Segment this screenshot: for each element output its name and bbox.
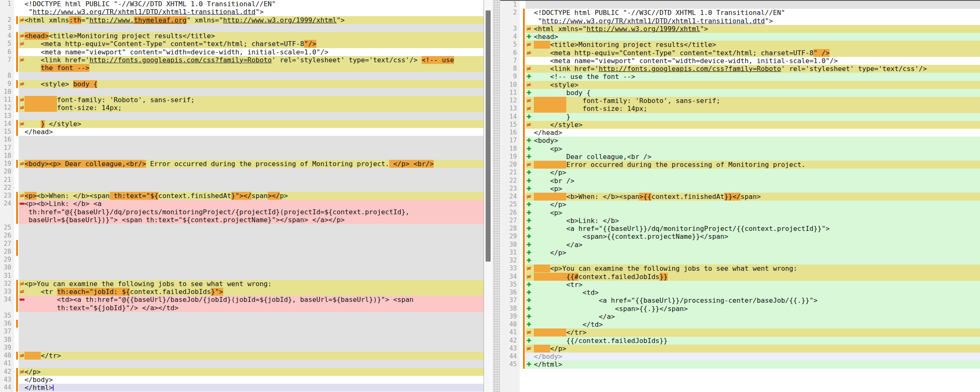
left-code-line[interactable]: </head> [14,128,484,136]
left-code-line[interactable]: the font --> [14,64,484,72]
not-equal-icon: ≠ [526,97,532,105]
right-code-line[interactable]: ✚ <span>{{.}}</span> [520,305,980,313]
right-code-line[interactable] [520,1,980,9]
right-code-line[interactable]: ✚ body { [520,89,980,97]
left-code-line[interactable] [14,24,484,32]
right-code-line[interactable]: ≠ <p>You can examine the following jobs … [520,265,980,272]
right-code-line[interactable]: ≠ </tr> [520,328,980,336]
left-code-line[interactable] [14,136,484,144]
left-code-area[interactable]: <!DOCTYPE html PUBLIC "-//W3C//DTD XHTML… [14,0,484,392]
right-code-line[interactable]: ✚ <a href="{{baseUrl}}/processing-center… [520,296,980,304]
left-code-line[interactable]: ≠ <tr th:each="jobId: ${context.failedJo… [14,288,484,296]
right-code-line[interactable]: ✚ <a href="{{baseUrl}}/dq/monitoringProj… [520,225,980,233]
left-code-line[interactable]: ≠<body><p> Dear colleague,<br/> Error oc… [14,160,484,168]
left-code-line[interactable] [14,312,484,320]
right-code-line[interactable]: ✚ </a> [520,241,980,249]
left-code-line[interactable] [14,320,484,328]
right-code-line[interactable]: ✚ <p> [520,145,980,153]
left-code-line[interactable]: th:text="${jobId}"/> </a></td> [14,304,484,312]
left-code-line[interactable] [14,240,484,248]
left-code-line[interactable]: "http://www.w3.org/TR/xhtml1/DTD/xhtml1-… [14,8,484,16]
left-code-line[interactable] [14,112,484,120]
right-code-line[interactable]: ✚ </td> [520,321,980,328]
scrollbar[interactable] [484,0,494,392]
right-code-line[interactable]: ✚ </a> [520,313,980,321]
left-code-line[interactable]: ≠ </tr> [14,352,484,360]
right-code-line[interactable]: ✚ <tr> [520,281,980,289]
right-code-line[interactable]: ✚ <br /> [520,177,980,185]
left-code-line[interactable] [14,336,484,344]
right-code-line[interactable]: ✚ </p> [520,249,980,257]
right-code-line[interactable]: ≠<html xmlns="http://www.w3.org/1999/xht… [520,25,980,33]
right-code-line[interactable]: ✚ <td> [520,289,980,296]
left-code-line[interactable]: ≠ font-family: 'Roboto', sans-serif; [14,96,484,104]
scrollbar-thumb[interactable] [486,10,491,262]
left-code-line[interactable] [14,184,484,192]
left-code-line[interactable] [14,360,484,368]
right-code-line[interactable]: ≠ {{#context.failedJobIds}} [520,273,980,281]
right-code-line[interactable]: ✚ {{/context.failedJobIds}} [520,337,980,345]
left-code-line[interactable]: </html> [14,384,484,392]
right-code-line[interactable]: ✚ <span>{{context.projectName}}</span> [520,233,980,240]
left-code-line[interactable] [14,232,484,240]
left-code-line[interactable] [14,176,484,184]
right-code-line[interactable]: <!DOCTYPE html PUBLIC "-//W3C//DTD XHTML… [520,9,980,17]
left-code-line[interactable] [14,264,484,272]
left-code-line[interactable]: <meta name="viewport" content="width=dev… [14,48,484,56]
right-code-line[interactable]: ✚ } [520,113,980,121]
left-code-line[interactable] [14,328,484,336]
right-code-line[interactable]: </body> [520,353,980,360]
left-code-line[interactable]: <p><b>Link: </b> <a [14,200,484,208]
right-code-line[interactable]: ✚ <p> [520,185,980,193]
right-code-area[interactable]: <!DOCTYPE html PUBLIC "-//W3C//DTD XHTML… [520,1,980,392]
left-code-line[interactable] [14,168,484,176]
right-code-line[interactable]: ≠ Error occurred during the processing o… [520,161,980,169]
left-code-line[interactable]: th:href="@{{baseUrl}/dq/projects/monitor… [14,208,484,216]
left-code-line[interactable] [14,224,484,232]
right-code-line[interactable]: ≠ <title>Monitoring project results</tit… [520,41,980,49]
left-code-line[interactable]: <td><a th:href="@{{baseUrl}/baseJob/{job… [14,296,484,304]
left-code-line[interactable]: ≠<p><b>When: </b><span th:text="${contex… [14,192,484,200]
right-code-line[interactable]: "http://www.w3.org/TR/xhtml1/DTD/xhtml1-… [520,17,980,25]
left-code-line[interactable] [14,272,484,280]
left-code-line[interactable] [14,88,484,96]
left-code-line[interactable]: ≠ font-size: 14px; [14,104,484,112]
right-code-line[interactable]: ✚ <p> [520,209,980,217]
left-code-line[interactable] [14,144,484,152]
right-code-line[interactable]: ≠ </style> [520,121,980,129]
right-code-line[interactable]: ✚ </p> [520,169,980,176]
right-code-line[interactable]: ≠ font-size: 14px; [520,105,980,113]
right-code-line[interactable]: ≠ <style> [520,81,980,89]
right-code-line[interactable]: ✚<head> [520,33,980,41]
right-code-line[interactable]: <meta name="viewport" content="width=dev… [520,57,980,65]
right-code-line[interactable]: ≠ font-family: 'Roboto', sans-serif; [520,97,980,105]
right-code-line[interactable]: ✚ Dear colleague,<br /> [520,153,980,161]
left-code-line[interactable]: baseUrl=${baseUrl})}"> <span th:text="${… [14,216,484,224]
left-code-line[interactable]: ≠ } </style> [14,120,484,128]
left-code-line[interactable] [14,344,484,352]
left-code-line[interactable]: <!DOCTYPE html PUBLIC "-//W3C//DTD XHTML… [14,0,484,8]
left-code-line[interactable] [14,256,484,264]
right-code-line[interactable]: </head> [520,129,980,137]
left-code-line[interactable]: ≠ <meta http-equiv="Content-Type" conten… [14,40,484,48]
left-code-line[interactable]: ≠<head><title>Monitoring project results… [14,32,484,40]
right-code-line[interactable]: ✚</html> [520,360,980,368]
right-code-line[interactable]: ✚ </p> [520,201,980,208]
right-code-line[interactable]: ✚ [520,257,980,265]
right-code-line[interactable]: ≠ </p> [520,345,980,353]
left-code-line[interactable]: ≠ <link href='http://fonts.googleapis.co… [14,56,484,64]
right-code-line[interactable]: ≠ <meta http-equiv="Content-Type" conten… [520,49,980,57]
right-code-line[interactable]: ≠ <b>When: </b><span>{{context.finishedA… [520,193,980,201]
left-code-line[interactable]: ≠</p> [14,368,484,376]
left-code-line[interactable] [14,72,484,80]
left-code-line[interactable]: ≠<html xmlns:th="http://www.thymeleaf.or… [14,16,484,24]
left-code-line[interactable] [14,152,484,160]
left-code-line[interactable]: ≠ <style> body { [14,80,484,88]
right-code-line[interactable]: ✚ <b>Link: </b> [520,217,980,225]
right-code-line[interactable]: ✚ <!-- use the font --> [520,73,980,81]
left-code-line[interactable] [14,248,484,256]
left-code-line[interactable]: ≠<p>You can examine the following jobs t… [14,280,484,288]
left-code-line[interactable]: </body> [14,376,484,384]
right-code-line[interactable]: ✚<body> [520,137,980,145]
right-code-line[interactable]: ≠ <link href='http://fonts.googleapis.co… [520,65,980,73]
